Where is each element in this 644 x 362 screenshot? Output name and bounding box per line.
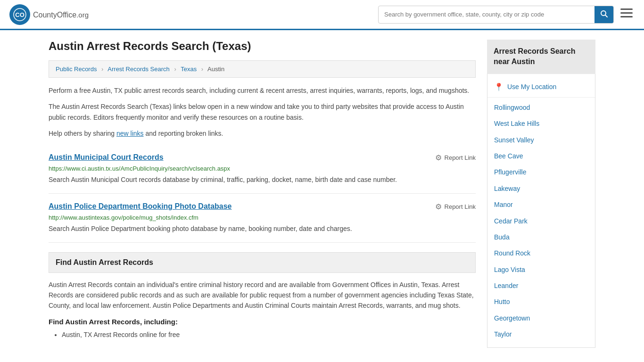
sidebar-link-hutto[interactable]: Hutto [487,294,595,310]
svg-rect-6 [620,16,633,17]
sidebar-link-west-lake-hills[interactable]: West Lake Hills [487,115,595,132]
report-icon-1: ⚙ [435,153,442,162]
search-button[interactable] [594,6,613,23]
description-3: Help others by sharing new links and rep… [49,128,476,139]
svg-line-3 [605,15,607,17]
record-title-1[interactable]: Austin Municipal Court Records [49,153,164,162]
record-desc-2: Search Austin Police Department booking … [49,224,476,234]
sidebar-link-taylor[interactable]: Taylor [487,326,595,342]
sidebar: Arrest Records Search near Austin 📍 Use … [487,40,595,348]
description-1: Perform a free Austin, TX public arrest … [49,85,476,96]
sidebar-link-pflugerville[interactable]: Pflugerville [487,164,595,180]
sidebar-link-sunset-valley[interactable]: Sunset Valley [487,132,595,148]
breadcrumb: Public Records › Arrest Records Search ›… [49,60,476,78]
page-title: Austin Arrest Records Search (Texas) [49,40,476,53]
breadcrumb-texas[interactable]: Texas [181,66,197,73]
header-right [378,6,635,24]
search-input[interactable] [379,7,594,22]
logo-area[interactable]: CO CountyOffice.org [9,4,89,25]
svg-text:CO: CO [15,11,25,18]
list-item: Austin, TX Arrest Records online for fre… [62,329,476,341]
svg-rect-4 [620,8,633,10]
hamburger-icon [620,8,633,18]
sidebar-link-cedar-park[interactable]: Cedar Park [487,213,595,229]
description-2: The Austin Arrest Records Search (Texas)… [49,101,476,123]
find-body-text: Austin Arrest Records contain an individ… [49,280,476,311]
site-header: CO CountyOffice.org [0,0,644,30]
content-area: Austin Arrest Records Search (Texas) Pub… [49,40,476,348]
sidebar-title-box: Arrest Records Search near Austin [487,40,595,74]
logo-icon: CO [9,4,30,25]
location-pin-icon: 📍 [494,82,504,91]
sidebar-link-georgetown[interactable]: Georgetown [487,310,595,326]
find-section-header: Find Austin Arrest Records [49,252,476,273]
report-icon-2: ⚙ [435,202,442,211]
sidebar-link-lago-vista[interactable]: Lago Vista [487,262,595,278]
record-desc-1: Search Austin Municipal Court records da… [49,175,476,185]
sidebar-link-round-rock[interactable]: Round Rock [487,245,595,261]
record-title-2[interactable]: Austin Police Department Booking Photo D… [49,202,232,211]
find-section-title: Find Austin Arrest Records [56,258,469,267]
search-box [378,6,614,24]
menu-button[interactable] [619,7,635,23]
report-link-1[interactable]: ⚙ Report Link [435,153,476,162]
find-sub-heading: Find Austin Arrest Records, including: [49,318,476,326]
sidebar-divider [487,97,595,98]
sidebar-link-bee-cave[interactable]: Bee Cave [487,148,595,164]
sidebar-content: 📍 Use My Location Rollingwood West Lake … [487,74,595,348]
sidebar-link-rollingwood[interactable]: Rollingwood [487,99,595,115]
sidebar-link-lakeway[interactable]: Lakeway [487,181,595,197]
sidebar-link-buda[interactable]: Buda [487,229,595,245]
svg-rect-5 [620,12,633,14]
sidebar-link-manor[interactable]: Manor [487,197,595,213]
record-url-1: https://www.ci.austin.tx.us/AmcPublicInq… [49,165,476,172]
find-bullets-list: Austin, TX Arrest Records online for fre… [49,329,476,341]
logo-text: CountyOffice.org [33,9,89,20]
new-links-link[interactable]: new links [116,130,144,137]
sidebar-link-leander[interactable]: Leander [487,278,595,294]
breadcrumb-public-records[interactable]: Public Records [56,66,97,73]
breadcrumb-austin: Austin [207,66,224,73]
report-link-2[interactable]: ⚙ Report Link [435,202,476,211]
record-item-1: Austin Municipal Court Records ⚙ Report … [49,145,476,194]
sidebar-title: Arrest Records Search near Austin [494,46,589,67]
breadcrumb-arrest-records[interactable]: Arrest Records Search [107,66,170,73]
use-my-location-button[interactable]: 📍 Use My Location [487,79,595,95]
main-container: Austin Arrest Records Search (Texas) Pub… [39,30,605,357]
record-item-2: Austin Police Department Booking Photo D… [49,194,476,243]
record-url-2: http://www.austintexas.gov/police/mug_sh… [49,214,476,221]
search-icon [600,10,608,17]
